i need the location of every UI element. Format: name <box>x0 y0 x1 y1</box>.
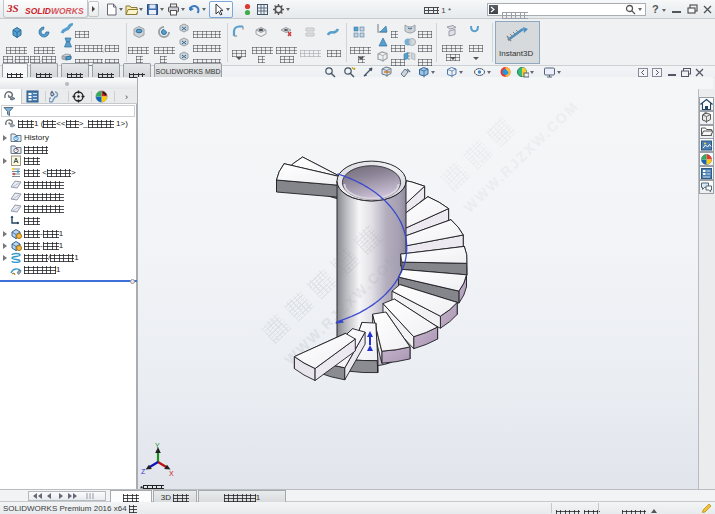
svg-text:Z: Z <box>141 468 146 475</box>
svg-text:Y: Y <box>155 442 160 449</box>
svg-text:X: X <box>169 470 174 477</box>
